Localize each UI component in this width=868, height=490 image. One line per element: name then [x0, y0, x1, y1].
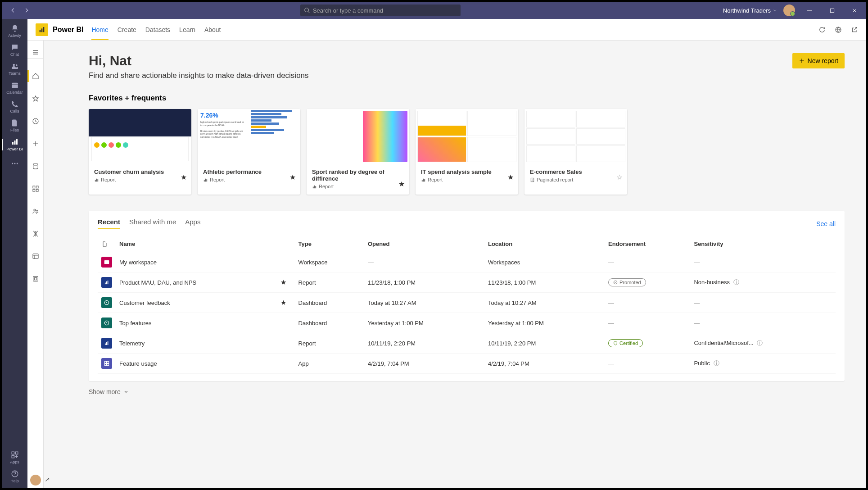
pbi-tab-datasets[interactable]: Datasets — [145, 20, 170, 40]
pbi-left-nav — [27, 41, 44, 488]
svg-rect-5 — [12, 142, 14, 145]
svg-rect-22 — [36, 186, 38, 188]
plus-icon — [799, 58, 805, 64]
svg-rect-28 — [33, 277, 38, 281]
star-icon[interactable]: ★ — [280, 278, 286, 286]
report-icon — [312, 184, 317, 189]
item-name: Product MAU, DAU, and NPS — [116, 272, 277, 293]
see-all-link[interactable]: See all — [816, 220, 836, 227]
globe-icon[interactable] — [835, 26, 842, 33]
org-picker[interactable]: Northwind Traders — [723, 7, 777, 14]
pbi-tab-home[interactable]: Home — [91, 20, 108, 40]
card-sport-ranked[interactable]: Sport ranked by degree of diffirence Rep… — [307, 109, 409, 195]
svg-point-3 — [15, 64, 17, 66]
refresh-icon[interactable] — [818, 26, 826, 33]
item-name: Telemetry — [116, 333, 277, 354]
hamburger-icon[interactable] — [27, 46, 44, 59]
star-icon[interactable]: ★ — [289, 173, 296, 181]
info-icon[interactable]: ⓘ — [714, 360, 719, 367]
popout-icon[interactable] — [851, 26, 858, 33]
table-row[interactable]: Product MAU, DAU, and NPS★Report11/23/18… — [98, 272, 836, 293]
svg-rect-16 — [41, 28, 43, 32]
svg-rect-51 — [106, 342, 107, 345]
rail-activity[interactable]: Activity — [2, 22, 27, 41]
close-button[interactable] — [846, 2, 863, 19]
report-icon — [421, 177, 426, 182]
expand-nav-icon[interactable] — [44, 476, 50, 483]
svg-rect-50 — [105, 344, 106, 345]
svg-rect-43 — [104, 260, 109, 264]
svg-point-47 — [614, 281, 617, 284]
svg-rect-53 — [104, 361, 106, 363]
item-name: Feature usage — [116, 354, 277, 374]
nav-user-avatar[interactable] — [30, 475, 41, 485]
rail-teams[interactable]: Teams — [2, 59, 27, 78]
recent-tab-apps[interactable]: Apps — [185, 218, 200, 229]
svg-rect-35 — [206, 179, 207, 181]
svg-point-25 — [34, 209, 36, 211]
rail-help[interactable]: Help — [2, 469, 27, 488]
card-it-spend[interactable]: IT spend analysis sample Report ★ — [416, 109, 518, 195]
table-row[interactable]: Top featuresDashboardYesterday at 1:00 P… — [98, 313, 836, 333]
chevron-down-icon — [773, 8, 777, 13]
info-icon[interactable]: ⓘ — [733, 279, 739, 286]
item-type-icon — [101, 297, 112, 308]
svg-rect-44 — [105, 283, 106, 285]
search-placeholder: Search or type a command — [313, 7, 383, 14]
nav-shared-icon[interactable] — [27, 204, 44, 218]
recent-tab-shared[interactable]: Shared with me — [129, 218, 176, 229]
star-icon[interactable]: ★ — [280, 299, 286, 306]
nav-create-icon[interactable] — [27, 137, 44, 150]
nav-apps-icon[interactable] — [27, 182, 44, 195]
item-type-icon — [101, 338, 112, 349]
table-row[interactable]: Feature usageApp4/2/19, 7:04 PM4/2/19, 7… — [98, 354, 836, 374]
info-icon[interactable]: ⓘ — [757, 340, 763, 346]
svg-rect-24 — [36, 189, 38, 191]
command-search[interactable]: Search or type a command — [300, 5, 461, 16]
nav-workspaces-icon[interactable] — [27, 250, 44, 263]
table-row[interactable]: Customer feedback★DashboardToday at 10:2… — [98, 293, 836, 313]
nav-favorites-icon[interactable] — [27, 92, 44, 105]
svg-rect-31 — [96, 178, 97, 181]
rail-powerbi[interactable]: Power BI — [2, 135, 27, 154]
svg-point-26 — [36, 210, 38, 211]
card-athletic[interactable]: 7.26%high school sports participants con… — [198, 109, 300, 195]
new-report-button[interactable]: New report — [792, 53, 845, 68]
svg-rect-54 — [107, 361, 109, 363]
pbi-tab-create[interactable]: Create — [118, 20, 136, 40]
star-icon[interactable]: ★ — [398, 180, 405, 188]
nav-myworkspace-icon[interactable] — [27, 272, 44, 286]
report-icon — [203, 177, 208, 182]
rail-calls[interactable]: Calls — [2, 97, 27, 116]
teams-rail: Activity Chat Teams Calendar Calls Files… — [2, 19, 27, 488]
card-ecommerce[interactable]: E-commerce Sales Paginated report ☆ — [524, 109, 627, 195]
svg-rect-32 — [97, 179, 98, 181]
rail-more[interactable] — [2, 154, 27, 173]
table-row[interactable]: My workspaceWorkspace—Workspaces—— — [98, 252, 836, 272]
card-customer-churn[interactable]: Customer churn analysis Report ★ — [89, 109, 191, 195]
table-row[interactable]: TelemetryReport10/11/19, 2:20 PM10/11/19… — [98, 333, 836, 354]
nav-datasets-icon[interactable] — [27, 159, 44, 173]
back-icon[interactable] — [10, 7, 16, 14]
star-icon[interactable]: ★ — [507, 173, 514, 181]
minimize-button[interactable] — [801, 2, 818, 19]
certified-badge: Certified — [608, 339, 643, 347]
item-type-icon — [101, 257, 112, 268]
nav-home-icon[interactable] — [27, 69, 44, 83]
rail-apps[interactable]: Apps — [2, 450, 27, 469]
page-title: Hi, Nat — [89, 53, 309, 68]
user-avatar[interactable] — [783, 5, 795, 16]
nav-recent-icon[interactable] — [27, 114, 44, 128]
nav-learn-icon[interactable] — [27, 227, 44, 240]
star-icon[interactable]: ☆ — [616, 173, 623, 181]
rail-chat[interactable]: Chat — [2, 41, 27, 59]
rail-files[interactable]: Files — [2, 116, 27, 135]
pbi-tab-learn[interactable]: Learn — [179, 20, 195, 40]
maximize-button[interactable] — [824, 2, 840, 19]
star-icon[interactable]: ★ — [181, 173, 187, 181]
show-more-button[interactable]: Show more — [89, 388, 845, 395]
pbi-tab-about[interactable]: About — [204, 20, 221, 40]
forward-icon[interactable] — [23, 7, 30, 14]
rail-calendar[interactable]: Calendar — [2, 78, 27, 97]
recent-tab-recent[interactable]: Recent — [98, 218, 120, 229]
